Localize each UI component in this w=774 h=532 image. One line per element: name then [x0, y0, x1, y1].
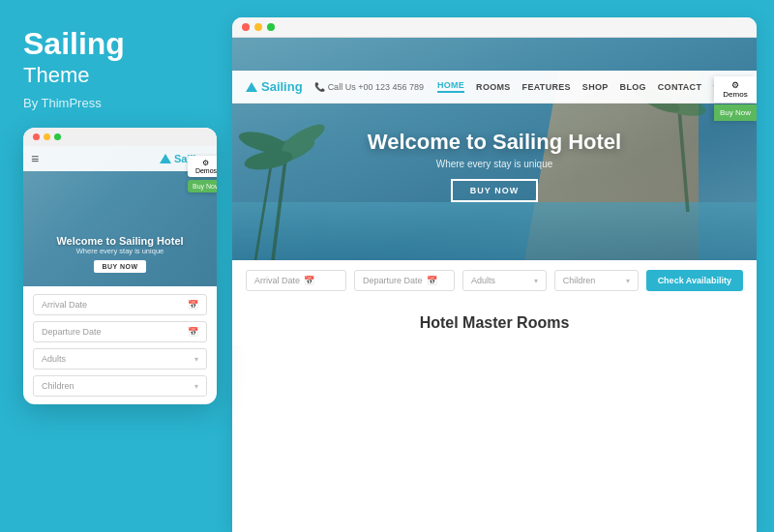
desktop-topbar [232, 17, 757, 38]
mobile-arrival-field[interactable]: Arrival Date 📅 [33, 294, 207, 315]
desktop-hero: Sailing 📞 Call Us +00 123 456 789 HOME R… [232, 38, 757, 260]
departure-date-field[interactable]: Departure Date 📅 [354, 270, 455, 291]
hotel-section: Hotel Master Rooms [232, 301, 757, 345]
check-availability-button[interactable]: Check Availability [646, 270, 743, 291]
mobile-demos-button[interactable]: ⚙ Demos [188, 156, 217, 177]
children-select[interactable]: Children ▾ [554, 270, 639, 291]
departure-label: Departure Date [42, 327, 102, 337]
nav-home[interactable]: HOME [437, 80, 464, 93]
mobile-side-buttons: ⚙ Demos Buy Now [188, 156, 217, 192]
adults-label-desktop: Adults [471, 276, 495, 285]
nav-contact[interactable]: CONTACT [658, 82, 701, 92]
buy-label-desktop: Buy Now [720, 108, 751, 117]
dot-red [33, 133, 40, 140]
mobile-hero: ≡ Sailing Welcome to Sailing Hotel Where… [23, 146, 217, 286]
mobile-buy-side-button[interactable]: Buy Now [188, 180, 217, 192]
mobile-hero-title: Welcome to Sailing Hotel [56, 235, 183, 247]
hamburger-icon: ≡ [31, 151, 39, 166]
hero-buy-button[interactable]: BUY NOW [451, 179, 538, 202]
dot-red-desktop [242, 23, 250, 31]
nav-blog[interactable]: BLOG [620, 82, 646, 92]
dot-yellow-desktop [254, 23, 262, 31]
mobile-booking-form: Arrival Date 📅 Departure Date 📅 Adults ▾… [23, 286, 217, 404]
chevron-down-icon: ▾ [194, 355, 198, 364]
palm-left-icon [232, 86, 348, 260]
desktop-demos-button[interactable]: ⚙ Demos [714, 76, 757, 103]
theme-by: By ThimPress [23, 96, 209, 110]
children-label-desktop: Children [563, 276, 596, 285]
hotel-section-title: Hotel Master Rooms [246, 314, 743, 332]
mobile-topbar [23, 128, 217, 146]
mobile-children-field[interactable]: Children ▾ [33, 375, 207, 397]
phone-text: Call Us +00 123 456 789 [328, 82, 424, 92]
booking-bar: Arrival Date 📅 Departure Date 📅 Adults ▾… [232, 260, 757, 301]
demos-label: Demos [195, 167, 217, 174]
desktop-nav: Sailing 📞 Call Us +00 123 456 789 HOME R… [232, 71, 757, 103]
chevron-adults-icon: ▾ [534, 277, 538, 285]
desktop-logo: Sailing [246, 79, 303, 94]
hero-subtitle: Where every stay is unique [436, 159, 553, 169]
children-label: Children [42, 381, 74, 391]
svg-line-0 [273, 156, 286, 260]
svg-line-4 [255, 164, 271, 260]
arrival-label: Arrival Date [42, 300, 87, 310]
svg-line-6 [679, 108, 688, 212]
nav-shop[interactable]: SHOP [582, 82, 609, 92]
nav-phone: 📞 Call Us +00 123 456 789 [314, 82, 424, 92]
gear-icon-desktop: ⚙ [731, 80, 739, 90]
phone-icon: 📞 [314, 82, 325, 92]
demos-label-desktop: Demos [723, 90, 747, 99]
theme-title: Sailing [23, 27, 209, 61]
mobile-adults-field[interactable]: Adults ▾ [33, 348, 207, 369]
right-panel: Sailing 📞 Call Us +00 123 456 789 HOME R… [232, 17, 757, 532]
calendar-icon-departure: 📅 [427, 276, 437, 285]
mobile-departure-field[interactable]: Departure Date 📅 [33, 321, 207, 342]
calendar-icon-arrival: 📅 [304, 276, 314, 285]
departure-date-label: Departure Date [363, 276, 423, 285]
calendar-icon: 📅 [188, 300, 198, 310]
nav-links: HOME ROOMS FEATURES SHOP BLOG CONTACT [437, 80, 701, 93]
nav-features[interactable]: FEATURES [522, 82, 571, 92]
desktop-buy-side-button[interactable]: Buy Now [714, 104, 757, 121]
adults-label: Adults [42, 354, 66, 364]
adults-select[interactable]: Adults ▾ [462, 270, 547, 291]
arrival-date-field[interactable]: Arrival Date 📅 [246, 270, 346, 291]
nav-rooms[interactable]: ROOMS [476, 82, 511, 92]
chevron-down-icon-2: ▾ [194, 382, 198, 391]
dot-yellow [44, 133, 50, 140]
logo-triangle-icon [160, 154, 171, 163]
desktop-content: Sailing 📞 Call Us +00 123 456 789 HOME R… [232, 38, 757, 532]
buy-label: Buy Now [193, 183, 217, 190]
hero-title: Welcome to Sailing Hotel [368, 130, 621, 155]
dot-green-desktop [267, 23, 275, 31]
gear-icon: ⚙ [202, 159, 209, 167]
mobile-hero-subtitle: Where every stay is unique [76, 247, 164, 255]
logo-text: Sailing [261, 79, 303, 94]
dot-green [54, 133, 61, 140]
mobile-mockup: ≡ Sailing Welcome to Sailing Hotel Where… [23, 128, 217, 404]
chevron-children-icon: ▾ [626, 277, 630, 285]
mobile-buy-button[interactable]: BUY NOW [94, 260, 145, 273]
calendar-icon-2: 📅 [188, 327, 198, 337]
theme-subtitle: Theme [23, 63, 209, 88]
arrival-date-label: Arrival Date [254, 276, 300, 285]
left-panel: Sailing Theme By ThimPress ≡ Sailing Wel… [0, 0, 232, 532]
logo-icon [246, 82, 257, 92]
desktop-side-buttons: ⚙ Demos Buy Now [714, 76, 757, 121]
